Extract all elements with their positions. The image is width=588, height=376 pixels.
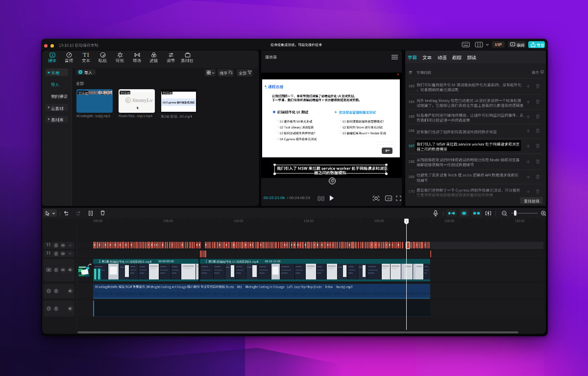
svg-text:4:3: 4:3 bbox=[387, 197, 391, 200]
